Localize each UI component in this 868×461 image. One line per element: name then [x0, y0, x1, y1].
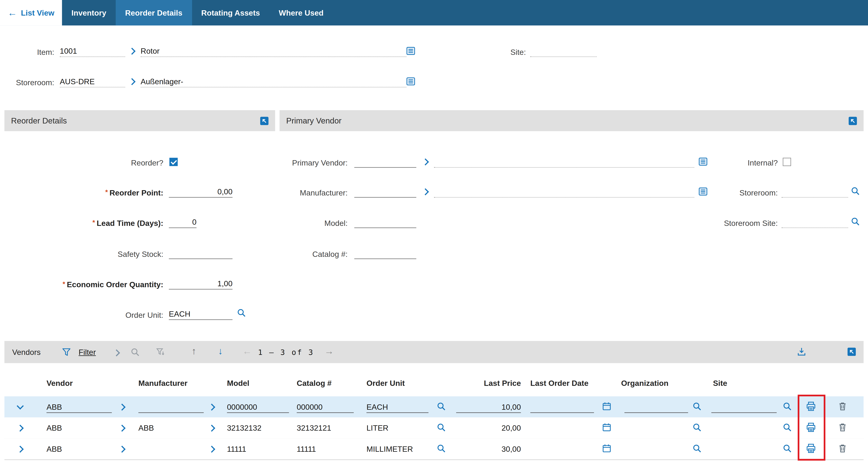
order-unit-cell[interactable]: MILLIMETER — [367, 443, 429, 455]
row-collapse-icon[interactable] — [17, 402, 24, 409]
primary-vendor-collapse-icon[interactable] — [849, 117, 857, 125]
primary-vendor-description-field[interactable] — [434, 156, 694, 168]
item-field[interactable]: 1001 — [60, 45, 125, 57]
filter-link[interactable]: Filter — [79, 346, 96, 358]
primary-vendor-chevron-icon[interactable] — [422, 158, 429, 165]
clear-filter-icon[interactable] — [156, 347, 165, 357]
order-unit-lookup-icon[interactable] — [437, 402, 446, 411]
tab-rotating-assets[interactable]: Rotating Assets — [192, 0, 269, 26]
order-unit-cell[interactable]: EACH — [367, 401, 429, 413]
vendor-cell[interactable]: ABB — [46, 401, 112, 413]
vendor-storeroom-lookup-icon[interactable] — [851, 187, 860, 195]
tab-where-used[interactable]: Where Used — [269, 0, 333, 26]
vendors-collapse-icon[interactable] — [847, 347, 856, 356]
primary-vendor-field[interactable] — [354, 156, 416, 168]
vendor-cell[interactable]: ABB — [46, 443, 112, 455]
table-search-icon[interactable] — [131, 347, 140, 357]
item-detail-chevron-icon[interactable] — [128, 48, 135, 55]
lead-time-field[interactable]: 0 — [169, 216, 196, 228]
delete-row-icon[interactable] — [838, 402, 847, 411]
row-expand-icon[interactable] — [17, 425, 24, 432]
vendor-chevron-icon[interactable] — [119, 425, 126, 432]
catalog-cell[interactable]: 32132121 — [297, 422, 354, 434]
site-lookup-icon[interactable] — [783, 402, 792, 411]
vendor-cell[interactable]: ABB — [46, 422, 112, 434]
site-lookup-icon[interactable] — [783, 444, 792, 453]
table-row[interactable]: ABB 0000000 000000 EACH 10,00 — [4, 396, 864, 418]
filter-icon[interactable] — [62, 347, 71, 357]
last-order-date-cell[interactable] — [530, 401, 594, 413]
next-row-icon[interactable]: ↓ — [218, 346, 223, 356]
manufacturer-cell[interactable] — [138, 443, 204, 455]
storeroom-site-field[interactable] — [782, 216, 848, 228]
organization-lookup-icon[interactable] — [692, 402, 701, 411]
site-lookup-icon[interactable] — [783, 423, 792, 432]
order-unit-field[interactable]: EACH — [169, 308, 232, 320]
site-field[interactable] — [530, 45, 597, 57]
manufacturer-chevron-icon[interactable] — [208, 445, 215, 453]
model-cell[interactable]: 0000000 — [227, 401, 289, 413]
last-price-cell[interactable]: 30,00 — [456, 443, 521, 455]
manufacturer-cell[interactable]: ABB — [138, 422, 204, 434]
next-page-icon[interactable]: → — [324, 346, 334, 356]
site-cell[interactable] — [711, 443, 777, 455]
manufacturer-chevron-icon[interactable] — [422, 188, 429, 195]
previous-row-icon[interactable]: ↑ — [191, 346, 196, 356]
tab-reorder-details[interactable]: Reorder Details — [116, 0, 192, 26]
last-order-date-cell[interactable] — [530, 443, 594, 455]
manufacturer-cell[interactable] — [138, 401, 204, 413]
manufacturer-chevron-icon[interactable] — [208, 425, 215, 432]
last-price-cell[interactable]: 20,00 — [456, 422, 521, 434]
organization-cell[interactable] — [624, 401, 688, 413]
order-unit-lookup-icon[interactable] — [237, 308, 246, 317]
back-to-list-view[interactable]: ← List View — [0, 0, 62, 26]
item-detail-menu-icon[interactable] — [406, 47, 415, 55]
last-price-cell[interactable]: 10,00 — [456, 401, 521, 413]
vendor-chevron-icon[interactable] — [119, 445, 126, 453]
table-row[interactable]: ABB 11111 11111 MILLIMETER 30,00 — [4, 438, 864, 460]
manufacturer-chevron-icon[interactable] — [208, 404, 215, 411]
download-icon[interactable] — [797, 347, 806, 356]
organization-cell[interactable] — [624, 422, 688, 434]
delete-row-icon[interactable] — [838, 444, 847, 453]
filter-expand-chevron-icon[interactable] — [113, 349, 120, 357]
model-cell[interactable]: 32132132 — [227, 422, 289, 434]
storeroom-description-field[interactable]: Außenlager- — [141, 75, 406, 88]
site-cell[interactable] — [711, 401, 777, 413]
reorder-point-field[interactable]: 0,00 — [169, 185, 232, 198]
row-expand-icon[interactable] — [17, 445, 24, 453]
tab-inventory[interactable]: Inventory — [62, 0, 116, 26]
previous-page-icon[interactable]: ← — [243, 346, 252, 356]
storeroom-detail-chevron-icon[interactable] — [128, 78, 135, 85]
vendor-storeroom-field[interactable] — [782, 185, 848, 198]
order-unit-lookup-icon[interactable] — [437, 444, 446, 453]
manufacturer-description-field[interactable] — [434, 185, 694, 198]
storeroom-field[interactable]: AUS-DRE — [60, 75, 125, 88]
delete-row-icon[interactable] — [838, 423, 847, 432]
storeroom-detail-menu-icon[interactable] — [406, 77, 415, 86]
reorder-details-collapse-icon[interactable] — [260, 117, 269, 125]
table-row[interactable]: ABB ABB 32132132 32132121 LITER 20,00 — [4, 418, 864, 439]
model-cell[interactable]: 11111 — [227, 443, 289, 455]
organization-lookup-icon[interactable] — [692, 423, 701, 432]
order-unit-lookup-icon[interactable] — [437, 423, 446, 432]
site-cell[interactable] — [711, 422, 777, 434]
last-order-date-cell[interactable] — [530, 422, 594, 434]
calendar-icon[interactable] — [602, 423, 611, 432]
internal-checkbox[interactable] — [783, 158, 791, 166]
calendar-icon[interactable] — [602, 402, 611, 411]
reorder-checkbox[interactable] — [169, 158, 178, 166]
manufacturer-field[interactable] — [354, 185, 416, 198]
storeroom-site-lookup-icon[interactable] — [851, 217, 860, 226]
model-field[interactable] — [354, 216, 416, 228]
item-description-field[interactable]: Rotor — [141, 45, 406, 57]
catalog-cell[interactable]: 000000 — [297, 401, 354, 413]
catalog-field[interactable] — [354, 247, 416, 259]
organization-lookup-icon[interactable] — [692, 444, 701, 453]
vendor-chevron-icon[interactable] — [119, 404, 126, 411]
safety-stock-field[interactable] — [169, 247, 232, 259]
calendar-icon[interactable] — [602, 444, 611, 453]
catalog-cell[interactable]: 11111 — [297, 443, 354, 455]
economic-order-quantity-field[interactable]: 1,00 — [169, 277, 232, 289]
organization-cell[interactable] — [624, 443, 688, 455]
